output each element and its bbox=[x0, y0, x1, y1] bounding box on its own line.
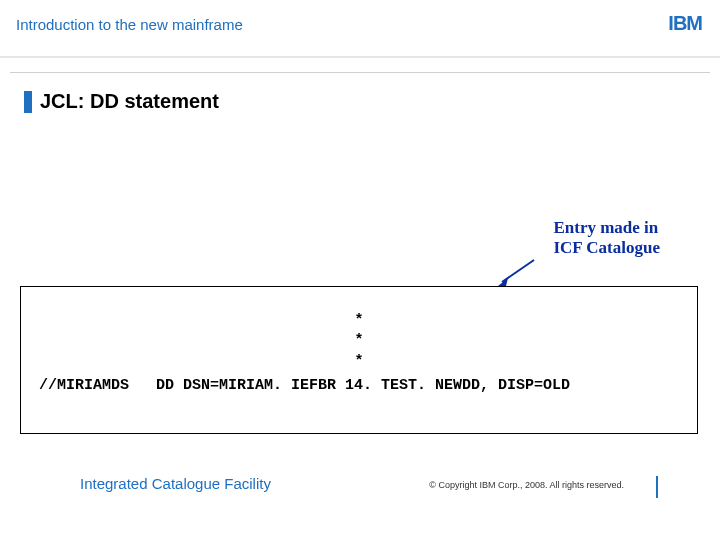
svg-marker-1 bbox=[498, 278, 508, 286]
arrow-icon bbox=[498, 258, 538, 286]
divider bbox=[10, 72, 710, 73]
annotation: Entry made in ICF Catalogue bbox=[553, 218, 660, 257]
slide: Introduction to the new mainframe IBM JC… bbox=[0, 0, 720, 540]
footer-accent bbox=[656, 476, 658, 498]
copyright: © Copyright IBM Corp., 2008. All rights … bbox=[429, 480, 624, 490]
svg-line-0 bbox=[502, 260, 534, 282]
code-box: * * * //MIRIAMDS DD DSN=MIRIAM. IEFBR 14… bbox=[20, 286, 698, 434]
ibm-logo: IBM bbox=[668, 14, 702, 34]
header: Introduction to the new mainframe IBM bbox=[0, 0, 720, 58]
title-accent bbox=[24, 91, 32, 113]
asterisk-1: * bbox=[39, 311, 679, 331]
header-subtitle: Introduction to the new mainframe bbox=[16, 16, 243, 33]
asterisk-3: * bbox=[39, 352, 679, 372]
annotation-line-1: Entry made in bbox=[553, 218, 660, 238]
jcl-line: //MIRIAMDS DD DSN=MIRIAM. IEFBR 14. TEST… bbox=[39, 376, 679, 396]
title-row: JCL: DD statement bbox=[24, 90, 219, 113]
annotation-line-2: ICF Catalogue bbox=[553, 238, 660, 258]
logo-text: IBM bbox=[668, 14, 702, 32]
page-title: JCL: DD statement bbox=[40, 90, 219, 113]
asterisk-2: * bbox=[39, 331, 679, 351]
footnote: Integrated Catalogue Facility bbox=[80, 475, 271, 492]
